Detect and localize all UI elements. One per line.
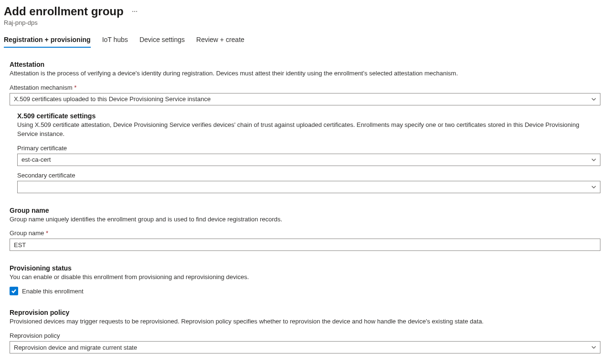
reprovision-policy-heading: Reprovision policy (10, 309, 600, 316)
group-name-heading: Group name (10, 207, 600, 214)
enable-enrollment-label: Enable this enrollment (22, 288, 84, 295)
attestation-mechanism-label: Attestation mechanism * (10, 84, 600, 91)
x509-desc: Using X.509 certificate attestation, Dev… (17, 121, 600, 139)
group-name-desc: Group name uniquely identifies the enrol… (10, 215, 600, 224)
primary-certificate-select[interactable]: est-ca-cert (17, 154, 600, 166)
secondary-certificate-label: Secondary certificate (17, 172, 600, 179)
tab-iot-hubs[interactable]: IoT hubs (102, 33, 128, 47)
reprovision-policy-select[interactable]: Reprovision device and migrate current s… (10, 341, 600, 354)
tab-review-create[interactable]: Review + create (196, 33, 245, 47)
provisioning-status-heading: Provisioning status (10, 264, 600, 272)
attestation-desc: Attestation is the process of verifying … (10, 69, 600, 78)
x509-heading: X.509 certificate settings (17, 112, 600, 120)
attestation-mechanism-select[interactable]: X.509 certificates uploaded to this Devi… (10, 93, 600, 105)
more-actions-button[interactable] (130, 9, 139, 14)
tab-bar: Registration + provisioning IoT hubs Dev… (4, 33, 606, 47)
reprovision-policy-desc: Provisioned devices may trigger requests… (10, 317, 600, 326)
enable-enrollment-checkbox[interactable] (10, 287, 18, 295)
group-name-input[interactable] (10, 239, 600, 251)
provisioning-status-desc: You can enable or disable this enrollmen… (10, 273, 600, 282)
group-name-label: Group name * (10, 229, 600, 237)
secondary-certificate-select[interactable] (17, 181, 600, 193)
tab-registration-provisioning[interactable]: Registration + provisioning (4, 33, 91, 47)
reprovision-policy-label: Reprovision policy (10, 332, 600, 339)
primary-certificate-label: Primary certificate (17, 145, 600, 152)
check-icon (11, 288, 17, 294)
tab-device-settings[interactable]: Device settings (139, 33, 185, 47)
attestation-heading: Attestation (10, 61, 600, 68)
page-title: Add enrollment group (4, 5, 124, 18)
resource-subtitle: Raj-pnp-dps (4, 19, 606, 26)
